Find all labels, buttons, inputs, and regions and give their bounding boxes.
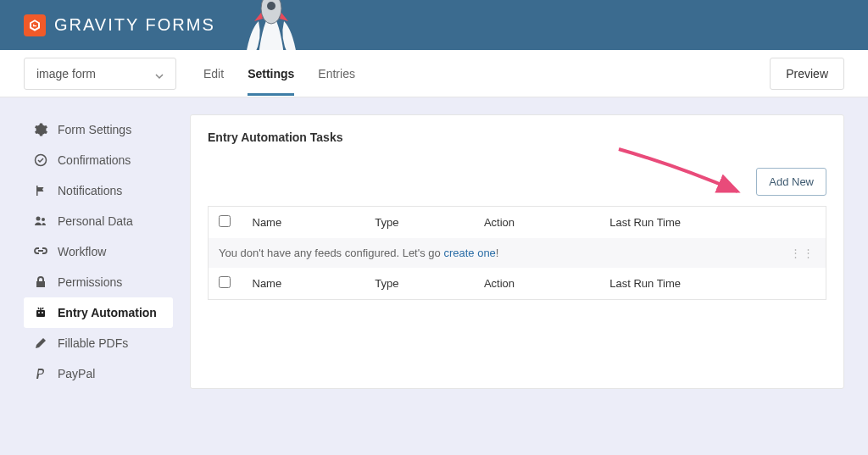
column-last-run: Last Run Time [599, 207, 826, 239]
link-icon [34, 245, 47, 258]
svg-rect-6 [36, 310, 45, 317]
panel-title: Entry Automation Tasks [191, 115, 843, 168]
logo-badge [24, 14, 46, 36]
brand-text: GRAVITY FORMS [54, 15, 215, 35]
sidebar: Form Settings Confirmations Notification… [24, 114, 173, 389]
sidebar-item-label: Personal Data [58, 214, 133, 228]
sidebar-item-form-settings[interactable]: Form Settings [24, 114, 173, 145]
rocket-decoration [229, 0, 314, 58]
empty-text-suffix: ! [496, 247, 499, 259]
form-selector-dropdown[interactable]: image form [24, 58, 176, 90]
column-name: Name [242, 268, 365, 300]
tab-entries[interactable]: Entries [318, 52, 355, 96]
sidebar-item-permissions[interactable]: Permissions [24, 267, 173, 297]
svg-point-4 [36, 217, 41, 221]
people-icon [34, 214, 47, 228]
sidebar-item-fillable-pdfs[interactable]: Fillable PDFs [24, 328, 173, 358]
select-all-checkbox-bottom[interactable] [219, 276, 231, 288]
paypal-icon [34, 367, 47, 380]
lock-icon [34, 275, 47, 289]
sidebar-item-label: Fillable PDFs [58, 336, 128, 350]
column-type: Type [364, 268, 474, 300]
check-circle-icon [34, 153, 47, 167]
column-action: Action [474, 268, 599, 300]
feeds-table: Name Type Action Last Run Time You don't… [208, 206, 826, 300]
column-name: Name [242, 207, 365, 239]
table-footer-row: Name Type Action Last Run Time [209, 268, 826, 300]
sidebar-item-label: Notifications [58, 184, 122, 197]
preview-button[interactable]: Preview [770, 58, 844, 90]
sidebar-item-workflow[interactable]: Workflow [24, 236, 173, 267]
nav-bar: image form Edit Settings Entries Preview [0, 50, 868, 97]
create-one-link[interactable]: create one [443, 247, 495, 259]
robot-icon [34, 306, 47, 319]
main-area: Form Settings Confirmations Notification… [0, 97, 868, 406]
tab-edit[interactable]: Edit [203, 52, 224, 96]
column-type: Type [364, 207, 474, 239]
nav-tabs: Edit Settings Entries [203, 52, 355, 96]
select-all-checkbox[interactable] [219, 215, 231, 227]
pen-icon [34, 336, 47, 350]
empty-text-prefix: You don't have any feeds configured. Let… [219, 247, 443, 259]
sidebar-item-label: PayPal [58, 367, 95, 380]
flag-icon [34, 184, 47, 197]
empty-state-row: You don't have any feeds configured. Let… [209, 238, 826, 268]
sidebar-item-entry-automation[interactable]: Entry Automation [24, 297, 173, 328]
sidebar-item-label: Confirmations [58, 153, 131, 167]
sidebar-item-label: Entry Automation [58, 306, 157, 319]
sidebar-item-notifications[interactable]: Notifications [24, 175, 173, 206]
chevron-down-icon [155, 69, 164, 78]
svg-point-7 [38, 312, 40, 314]
column-action: Action [474, 207, 599, 239]
column-last-run: Last Run Time [599, 268, 826, 300]
sidebar-item-label: Form Settings [58, 123, 131, 136]
svg-point-8 [42, 312, 43, 314]
form-selector-label: image form [36, 67, 96, 80]
sidebar-item-confirmations[interactable]: Confirmations [24, 145, 173, 175]
svg-point-5 [42, 218, 45, 221]
g-icon [28, 19, 42, 32]
tab-settings[interactable]: Settings [248, 52, 294, 96]
top-banner: GRAVITY FORMS [0, 0, 868, 50]
sidebar-item-label: Permissions [58, 275, 122, 289]
add-new-button[interactable]: Add New [756, 168, 826, 196]
svg-point-2 [267, 2, 275, 10]
sidebar-item-label: Workflow [58, 245, 106, 258]
sidebar-item-paypal[interactable]: PayPal [24, 358, 173, 389]
table-header-row: Name Type Action Last Run Time [209, 207, 826, 239]
sidebar-item-personal-data[interactable]: Personal Data [24, 206, 173, 236]
gear-icon [34, 123, 47, 136]
content-panel: Entry Automation Tasks Add New Name Type… [190, 114, 844, 389]
drag-handle-icon: ⋮⋮ [790, 247, 815, 259]
